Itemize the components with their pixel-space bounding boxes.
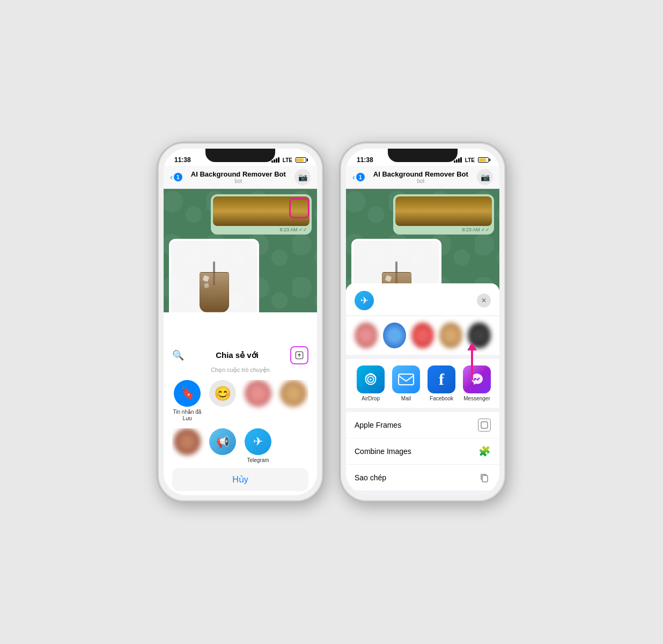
search-icon-left[interactable]: 🔍 [172,349,184,361]
share-actions-right: Apple Frames Combine Images 🧩 Sao chép [346,412,499,491]
facebook-item[interactable]: f Facebook [425,365,458,401]
battery-left [296,157,306,163]
messenger-icon [463,365,491,393]
share-sheet-left: 🔍 Chia sẻ với Chọn cuộc trò chuyện 🔖 Tin… [164,338,317,495]
time-right: 11:38 [357,156,373,164]
airdrop-icon [357,365,385,393]
sao-chep-row[interactable]: Sao chép [346,465,499,491]
sent-message-left: 8:23 AM ✓✓ [211,194,312,235]
share-header-right: ✈ ✕ [346,283,499,316]
message-time-right: 8:23 AM ✓✓ [395,226,492,232]
telegram-icon-right: ✈ [355,291,374,310]
share-title-left: Chia sẻ với [216,350,259,360]
back-button-left[interactable]: ‹ 1 [170,173,182,181]
battery-right [478,157,489,163]
apple-frames-icon [478,419,491,431]
contact-telegram-channel-left[interactable]: 📢 [208,428,238,464]
nav-bar-right: ‹ 1 AI Background Remover Bot bot 📷 [346,166,499,189]
apple-frames-row[interactable]: Apple Frames [346,412,499,438]
cancel-button-left[interactable]: Hủy [172,468,308,491]
svg-point-3 [370,378,372,380]
time-left: 11:38 [174,156,191,164]
contacts-scroll-right [346,316,499,355]
phone-left: 11:38 LTE ‹ 1 AI Background Remover Bot [157,142,323,502]
airdrop-item[interactable]: AirDrop [355,365,387,401]
svg-rect-4 [399,374,414,385]
contact-r4[interactable] [439,323,462,348]
messenger-item[interactable]: Messenger [461,365,493,401]
airdrop-label: AirDrop [362,396,380,401]
blurred-avatar-2 [280,380,307,407]
chat-area-left: 8:23 AM ✓✓ [164,189,317,312]
facebook-icon: f [428,365,455,393]
person-avatar: 😊 [209,380,236,407]
contacts-row-2-left: 📢 ✈ Telegram [172,428,308,464]
share-upload-button-left[interactable] [290,346,308,364]
contact-saved-left[interactable]: 🔖 Tin nhắn đã Lưu [172,380,202,422]
apps-row-right: AirDrop Mail f Facebook [346,359,499,408]
sao-chep-label: Sao chép [355,473,386,482]
sent-message-right: 8:23 AM ✓✓ [393,194,494,235]
messenger-label: Messenger [463,396,490,401]
camera-button-left[interactable]: 📷 [294,169,311,185]
share-sheet-right: ✈ ✕ [346,283,499,495]
mail-icon [392,365,420,393]
contact-telegram-left[interactable]: ✈ Telegram [243,428,273,464]
contact-blurred-1-left[interactable] [243,380,273,422]
nav-bar-left: ‹ 1 AI Background Remover Bot bot 📷 [164,166,317,189]
contact-r2[interactable] [383,323,406,348]
combine-images-icon: 🧩 [478,445,491,458]
back-badge-left: 1 [174,173,182,181]
close-button-right[interactable]: ✕ [477,294,491,308]
copy-icon [478,471,491,484]
back-badge-right: 1 [356,173,365,181]
message-time-left: 8:23 AM ✓✓ [213,226,310,232]
notch-left [205,149,275,162]
facebook-label: Facebook [430,396,453,401]
telegram-icon-left: ✈ [245,428,271,455]
nav-title-left: AI Background Remover Bot bot [187,170,290,184]
nav-title-right: AI Background Remover Bot bot [369,170,473,184]
contact-blurred-2-left[interactable] [278,380,308,422]
phone-right: 11:38 LTE ‹ 1 AI Background Remover Bot [340,142,506,502]
notch-right [388,149,458,162]
camera-button-right[interactable]: 📷 [477,169,493,185]
contact-person-left[interactable]: 😊 [208,380,238,422]
apple-frames-label: Apple Frames [355,421,401,429]
contact-blurred-3-left[interactable] [172,428,202,464]
share-subtitle-left: Chọn cuộc trò chuyện [172,367,308,374]
blurred-avatar-1 [245,380,271,407]
contacts-row-1-left: 🔖 Tin nhắn đã Lưu 😊 📷 [172,380,308,422]
svg-rect-6 [481,422,488,428]
combine-images-row[interactable]: Combine Images 🧩 [346,438,499,465]
svg-rect-7 [482,475,488,482]
lte-left: LTE [283,157,292,163]
mail-label: Mail [401,396,411,401]
contact-r3[interactable] [411,323,434,348]
back-button-right[interactable]: ‹ 1 [352,173,365,181]
saved-avatar: 🔖 [174,380,201,407]
combine-images-label: Combine Images [355,447,411,456]
contact-r5[interactable] [468,323,491,348]
mail-item[interactable]: Mail [390,365,422,401]
lte-right: LTE [465,157,475,163]
contact-r1[interactable] [355,323,378,348]
